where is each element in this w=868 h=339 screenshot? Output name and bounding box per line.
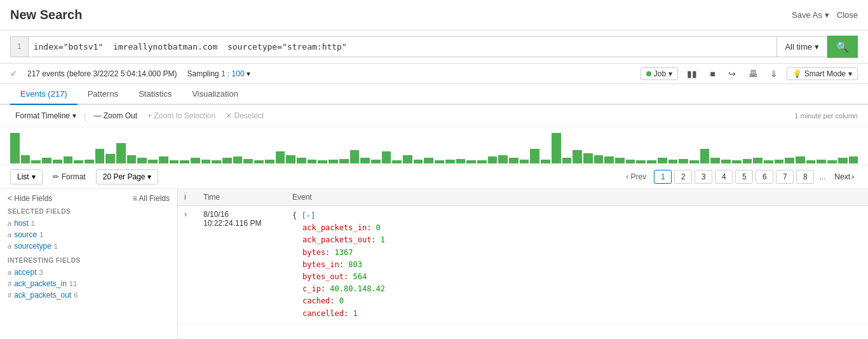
format-timeline-label: Format Timeline [15, 111, 70, 120]
format-timeline-button[interactable]: Format Timeline ▾ [10, 109, 81, 123]
stop-button[interactable]: ■ [706, 67, 719, 80]
page-ellipsis: ... [817, 172, 828, 181]
toolbar-separator-1: | [84, 111, 86, 121]
line-number: 1 [11, 37, 29, 57]
time-range-chevron-icon: ▾ [815, 42, 819, 52]
list-format-button[interactable]: List ▾ [10, 169, 43, 184]
page-1-button[interactable]: 1 [654, 170, 672, 184]
page-5-button[interactable]: 5 [735, 170, 753, 184]
export-button[interactable]: ⇓ [766, 67, 782, 80]
timeline-bar [21, 155, 31, 163]
events-table: i Time Event › 8/10/1610:22:24.116 PM { … [178, 189, 868, 324]
tab-events[interactable]: Events (217) [10, 84, 78, 105]
field-count: 3 [39, 268, 43, 276]
page-8-button[interactable]: 8 [796, 170, 814, 184]
main-content: < Hide Fields ≡ All Fields SELECTED FIEL… [0, 189, 868, 339]
event-content: { [-] ack_packets_in: 0 ack_packets_out:… [292, 210, 862, 320]
save-as-button[interactable]: Save As ▾ [792, 10, 829, 20]
page-7-button[interactable]: 7 [776, 170, 794, 184]
tab-patterns[interactable]: Patterns [78, 84, 128, 105]
close-button[interactable]: Close [837, 10, 858, 20]
event-time: 8/10/1610:22:24.116 PM [203, 210, 261, 228]
field-count: 1 [54, 242, 58, 250]
page-4-button[interactable]: 4 [715, 170, 733, 184]
timeline-bar [403, 155, 412, 163]
field-name[interactable]: ack_packets_in [14, 279, 67, 288]
time-range-button[interactable]: All time ▾ [776, 36, 827, 57]
table-header-row: i Time Event [178, 189, 868, 206]
search-bar: 1 All time ▾ 🔍 [0, 31, 868, 64]
smart-mode-button[interactable]: 💡 Smart Mode ▾ [787, 67, 858, 80]
list-item: a host 1 [8, 218, 170, 229]
page-6-button[interactable]: 6 [756, 170, 773, 184]
field-name[interactable]: source [14, 230, 37, 239]
timeline-bar [339, 159, 349, 163]
status-bar: ✓ 217 events (before 3/22/22 5:04:14.000… [0, 64, 868, 84]
timeline-bar [732, 160, 742, 163]
job-button[interactable]: Job ▾ [641, 67, 678, 80]
field-name[interactable]: host [14, 219, 29, 228]
format-label: Format [62, 172, 86, 181]
next-page-button[interactable]: Next › [831, 170, 858, 183]
timeline-bar [350, 150, 360, 163]
timeline-bar [721, 160, 731, 163]
save-as-chevron-icon: ▾ [825, 10, 829, 20]
timeline-bar [668, 160, 678, 163]
event-field-value: 1 [353, 309, 357, 318]
event-brace-open: { [292, 211, 301, 220]
page-title: New Search [10, 8, 82, 22]
pause-button[interactable]: ▮▮ [683, 67, 701, 80]
event-field-key: bytes: [302, 248, 330, 257]
timeline-bar [435, 160, 444, 163]
timeline-bar [753, 158, 763, 163]
deselect-button[interactable]: ✕ Deselect [220, 109, 269, 123]
hide-fields-button[interactable]: < Hide Fields [8, 194, 52, 203]
event-expand-link[interactable]: [-] [301, 211, 315, 220]
search-input-wrapper: 1 [10, 36, 776, 57]
zoom-out-button[interactable]: — Zoom Out [88, 109, 142, 123]
zoom-selection-button[interactable]: + Zoom to Selection [142, 109, 220, 123]
timeline-bar [159, 156, 168, 163]
save-as-label: Save As [792, 10, 822, 20]
field-name[interactable]: ack_packets_out [14, 291, 71, 300]
share-button[interactable]: ↪ [724, 67, 740, 80]
timeline-bar [392, 160, 402, 163]
sampling-value[interactable]: 1 : 100 [221, 69, 245, 78]
expand-cell: › [178, 206, 197, 324]
timeline-bar [520, 160, 529, 163]
timeline-bar [318, 160, 327, 163]
timeline-bar [541, 160, 550, 163]
info-column-header: i [178, 189, 197, 206]
field-type: a [8, 268, 11, 276]
timeline-bar [604, 156, 614, 163]
field-type: # [8, 291, 11, 299]
timeline-bar [583, 153, 593, 163]
main-tabs: Events (217) Patterns Statistics Visuali… [0, 84, 868, 105]
field-name[interactable]: accept [14, 268, 36, 277]
page-3-button[interactable]: 3 [695, 170, 712, 184]
tab-visualization[interactable]: Visualization [182, 84, 248, 105]
sampling-chevron-icon: ▾ [247, 69, 250, 78]
event-field-value: 564 [353, 272, 367, 281]
list-chevron-icon: ▾ [32, 172, 36, 181]
print-button[interactable]: 🖶 [745, 67, 761, 80]
prev-page-button[interactable]: ‹ Prev [621, 170, 651, 183]
page-2-button[interactable]: 2 [674, 170, 692, 184]
tab-statistics[interactable]: Statistics [128, 84, 182, 105]
format-button[interactable]: ✏ Format [48, 170, 91, 184]
events-count: 217 events (before 3/22/22 5:04:14.000 P… [27, 69, 177, 78]
timeline-bar [424, 158, 433, 163]
expand-icon[interactable]: › [184, 210, 187, 219]
time-cell: 8/10/1610:22:24.116 PM [197, 206, 286, 324]
timeline-bar [137, 158, 147, 163]
per-page-button[interactable]: 20 Per Page ▾ [96, 169, 159, 184]
timeline-bar [212, 160, 221, 163]
list-item: a accept 3 [8, 266, 170, 278]
pagination-controls: ‹ Prev 1 2 3 4 5 6 7 8 ... Next › [621, 170, 858, 184]
time-column-header: Time [197, 189, 286, 206]
search-input[interactable] [29, 37, 777, 57]
timeline-bar [233, 156, 243, 163]
search-button[interactable]: 🔍 [827, 36, 858, 58]
field-name[interactable]: sourcetype [14, 242, 51, 251]
all-fields-button[interactable]: ≡ All Fields [133, 194, 170, 203]
